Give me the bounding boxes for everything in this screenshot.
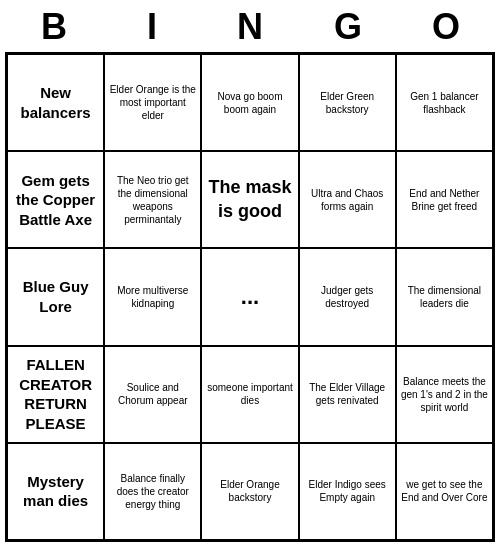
bingo-letter-g: G [304,6,392,48]
cell-r4-c1[interactable]: Balance finally does the creator energy … [104,443,201,540]
cell-r2-c0[interactable]: Blue Guy Lore [7,248,104,345]
bingo-letter-i: I [108,6,196,48]
bingo-title: BINGO [5,0,495,52]
cell-r4-c2[interactable]: Elder Orange backstory [201,443,298,540]
cell-r2-c3[interactable]: Judger gets destroyed [299,248,396,345]
cell-r3-c0[interactable]: FALLEN CREATOR RETURN PLEASE [7,346,104,443]
cell-r0-c0[interactable]: New balancers [7,54,104,151]
cell-r4-c0[interactable]: Mystery man dies [7,443,104,540]
cell-r2-c1[interactable]: More multiverse kidnaping [104,248,201,345]
cell-r0-c4[interactable]: Gen 1 balancer flashback [396,54,493,151]
bingo-letter-b: B [10,6,98,48]
cell-r3-c4[interactable]: Balance meets the gen 1's and 2 in the s… [396,346,493,443]
cell-r1-c4[interactable]: End and Nether Brine get freed [396,151,493,248]
cell-r3-c2[interactable]: someone important dies [201,346,298,443]
cell-r1-c1[interactable]: The Neo trio get the dimensional weapons… [104,151,201,248]
cell-r2-c2[interactable]: ... [201,248,298,345]
bingo-grid: New balancersElder Orange is the most im… [5,52,495,542]
cell-r1-c2[interactable]: The mask is good [201,151,298,248]
cell-r0-c1[interactable]: Elder Orange is the most important elder [104,54,201,151]
cell-r2-c4[interactable]: The dimensional leaders die [396,248,493,345]
cell-r3-c3[interactable]: The Elder Village gets renivated [299,346,396,443]
cell-r0-c2[interactable]: Nova go boom boom again [201,54,298,151]
cell-r0-c3[interactable]: Elder Green backstory [299,54,396,151]
cell-r1-c0[interactable]: Gem gets the Copper Battle Axe [7,151,104,248]
bingo-letter-o: O [402,6,490,48]
cell-r1-c3[interactable]: Ultra and Chaos forms again [299,151,396,248]
cell-r4-c3[interactable]: Elder Indigo sees Empty again [299,443,396,540]
cell-r3-c1[interactable]: Soulice and Chorum appear [104,346,201,443]
bingo-letter-n: N [206,6,294,48]
cell-r4-c4[interactable]: we get to see the End and Over Core [396,443,493,540]
